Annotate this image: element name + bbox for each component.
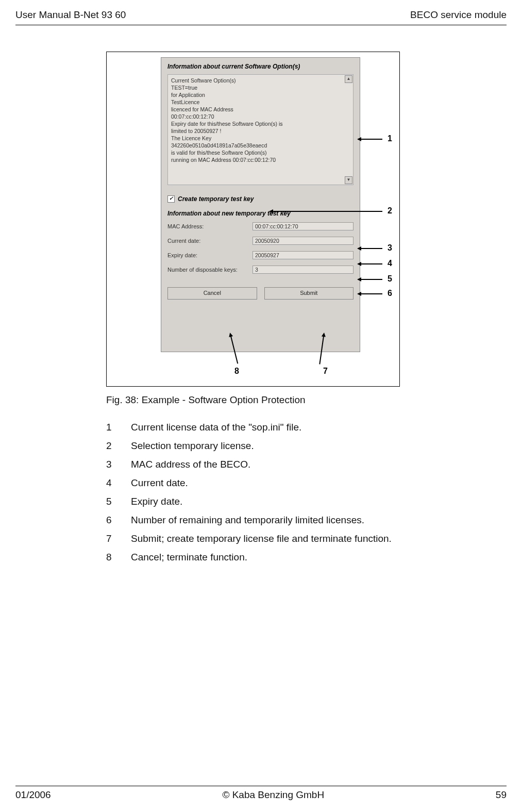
info-line: TestLicence	[171, 98, 350, 106]
field-mac: MAC Address: 00:07:cc:00:12:70	[167, 222, 353, 230]
info-line: 00:07:cc:00:12:70	[171, 113, 350, 120]
header-rule	[15, 25, 507, 25]
callout-3: 3	[388, 243, 392, 253]
legend-text: Current license data of the "sop.ini" fi…	[131, 422, 301, 433]
info-line: licenced for MAC Address	[171, 106, 350, 113]
checkbox-icon[interactable]: ✓	[167, 195, 175, 203]
mac-address-field[interactable]: 00:07:cc:00:12:70	[252, 222, 353, 230]
info-line: TEST=true	[171, 84, 350, 91]
legend-text: Number of remaining and temporarily limi…	[131, 515, 364, 526]
checkbox-label: Create temporary test key	[178, 195, 254, 203]
figure-box: Information about current Software Optio…	[106, 52, 400, 387]
legend-item: 7 Submit; create temporary license file …	[106, 533, 392, 544]
arrow-icon	[273, 211, 382, 212]
legend-text: Current date.	[131, 477, 188, 489]
info-textarea[interactable]: Current Software Option(s) TEST=true for…	[167, 74, 353, 185]
current-date-field[interactable]: 20050920	[252, 237, 353, 245]
legend-text: MAC address of the BECO.	[131, 459, 250, 470]
arrow-icon	[361, 293, 382, 294]
legend-text: Submit; create temporary license file an…	[131, 533, 392, 544]
footer-page-number: 59	[496, 789, 507, 801]
scroll-down-icon[interactable]: ▼	[345, 176, 352, 184]
scroll-up-icon[interactable]: ▲	[345, 75, 352, 83]
legend-num: 2	[106, 440, 131, 452]
legend-item: 8 Cancel; terminate function.	[106, 552, 392, 563]
legend-text: Expiry date.	[131, 496, 182, 507]
submit-button[interactable]: Submit	[264, 287, 354, 300]
field-label: Current date:	[167, 238, 252, 244]
info-line: Expiry date for this/these Software Opti…	[171, 120, 350, 127]
field-label: Expiry date:	[167, 252, 252, 258]
legend-num: 4	[106, 477, 131, 489]
callout-8: 8	[234, 367, 239, 376]
figure-caption: Fig. 38: Example - Software Option Prote…	[106, 394, 306, 406]
info-line: limited to 20050927 !	[171, 127, 350, 135]
field-current-date: Current date: 20050920	[167, 237, 353, 245]
dialog-title-1: Information about current Software Optio…	[161, 58, 360, 74]
arrow-icon	[361, 279, 382, 280]
dialog-window: Information about current Software Optio…	[161, 57, 360, 352]
info-line: running on MAC Address 00:07:cc:00:12:70	[171, 156, 350, 163]
legend-num: 6	[106, 515, 131, 526]
arrow-icon	[361, 248, 382, 249]
legend-item: 2 Selection temporary license.	[106, 440, 392, 452]
callout-2: 2	[388, 206, 392, 216]
legend-num: 8	[106, 552, 131, 563]
legend-item: 3 MAC address of the BECO.	[106, 459, 392, 470]
legend-item: 1 Current license data of the "sop.ini" …	[106, 422, 392, 433]
callout-6: 6	[388, 289, 392, 298]
callout-7: 7	[323, 367, 328, 376]
disposable-keys-field[interactable]: 3	[252, 266, 353, 274]
legend-item: 6 Number of remaining and temporarily li…	[106, 515, 392, 526]
field-label: Number of disposable keys:	[167, 267, 252, 273]
info-line: Current Software Option(s)	[171, 77, 350, 84]
field-expiry-date: Expiry date: 20050927	[167, 251, 353, 259]
info-line: for Application	[171, 91, 350, 98]
header-right: BECO service module	[410, 9, 507, 21]
callout-5: 5	[388, 274, 392, 284]
page-footer: 01/2006 © Kaba Benzing GmbH 59	[15, 786, 507, 801]
footer-rule	[15, 786, 507, 786]
footer-copyright: © Kaba Benzing GmbH	[222, 789, 324, 801]
expiry-date-field[interactable]: 20050927	[252, 251, 353, 259]
legend-num: 7	[106, 533, 131, 544]
info-line: is valid for this/these Software Option(…	[171, 149, 350, 156]
header-left: User Manual B-Net 93 60	[15, 9, 126, 21]
arrow-icon	[361, 139, 382, 140]
field-disposable-keys: Number of disposable keys: 3	[167, 266, 353, 274]
legend-num: 5	[106, 496, 131, 507]
legend-text: Selection temporary license.	[131, 440, 254, 452]
arrow-icon	[361, 263, 382, 264]
callout-4: 4	[388, 259, 392, 268]
checkbox-row[interactable]: ✓ Create temporary test key	[167, 195, 353, 203]
callout-1: 1	[388, 134, 392, 143]
footer-date: 01/2006	[15, 789, 51, 801]
info-line: The Licence Key	[171, 135, 350, 142]
legend-item: 4 Current date.	[106, 477, 392, 489]
field-label: MAC Address:	[167, 223, 252, 229]
info-line: 342260e0510a0d41891a7a05e38eaecd	[171, 142, 350, 149]
legend-num: 1	[106, 422, 131, 433]
cancel-button[interactable]: Cancel	[167, 287, 257, 300]
legend-list: 1 Current license data of the "sop.ini" …	[106, 422, 392, 570]
legend-item: 5 Expiry date.	[106, 496, 392, 507]
legend-text: Cancel; terminate function.	[131, 552, 247, 563]
legend-num: 3	[106, 459, 131, 470]
